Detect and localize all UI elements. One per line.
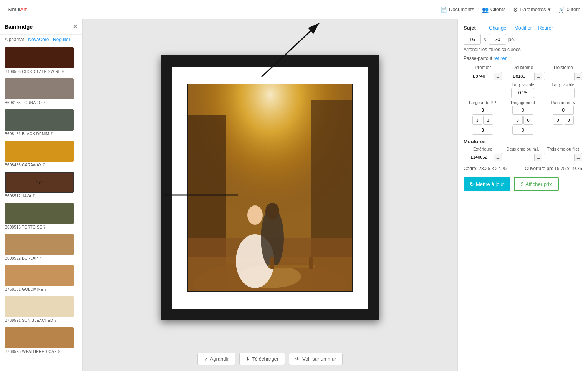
telecharger-button[interactable]: ⬇ Télécharger	[239, 353, 285, 365]
size-height-input[interactable]	[489, 34, 506, 45]
update-button[interactable]: ↻ Mettre à jour	[464, 177, 510, 191]
deg-input4[interactable]	[512, 126, 533, 135]
color-item-b608522[interactable]: B608522 BURLAP 7	[0, 232, 82, 263]
larg-visible-label2: Larg. visible	[552, 83, 574, 87]
color-item-b608512[interactable]: ☞B608512 JAVA 7	[0, 169, 82, 200]
color-item-b608485[interactable]: B608485 CARAWAY 7	[0, 138, 82, 169]
passe-troisieme-menu-btn[interactable]: ☰	[574, 73, 582, 80]
passe-troisieme-input[interactable]	[544, 72, 574, 80]
degagement-col: Dégagement	[504, 100, 542, 135]
canvas-buttons: ⤢ Agrandir ⬇ Télécharger 👁 Voir sur un m…	[197, 353, 343, 365]
sujet-label: Sujet	[464, 25, 487, 31]
passe-deuxieme-input[interactable]	[504, 72, 534, 80]
moulure-trois-menu-btn[interactable]: ☰	[574, 154, 582, 161]
voir-mur-button[interactable]: 👁 Voir sur un mur	[289, 353, 343, 365]
color-item-b108506[interactable]: B108506 CHOCOLATE SWIRL 9	[0, 45, 82, 76]
frame-container	[90, 27, 450, 349]
pp-row: Passe-partout retirer	[464, 55, 582, 61]
nav-documents[interactable]: 📄 Documents	[441, 7, 474, 13]
nav-parametres[interactable]: ⚙ Paramètres ▾	[513, 7, 550, 13]
degagement-inputs	[504, 106, 542, 135]
color-item-b608515[interactable]: B608515 TORTOISE 7	[0, 200, 82, 232]
rain-input1[interactable]	[553, 106, 574, 115]
sep1: -	[510, 25, 512, 31]
passe-premier-input[interactable]	[464, 72, 494, 80]
moulure-ext-input[interactable]	[464, 153, 494, 161]
moulure-trois-input[interactable]	[544, 153, 574, 161]
color-item-b768521[interactable]: B768521 SUN BLEACHED 9	[0, 294, 82, 325]
nav-parametres-label: Paramètres	[520, 7, 546, 12]
nav-documents-label: Documents	[449, 7, 474, 12]
novacore-link[interactable]: NovaCore	[28, 37, 49, 42]
nav-cart[interactable]: 🛒 0 item	[558, 7, 580, 13]
header: SimulArt 📄 Documents 👥 Clients ⚙ Paramèt…	[0, 0, 588, 19]
size-row: X po.	[464, 34, 582, 45]
app-logo: SimulArt	[8, 7, 27, 12]
rain-input3[interactable]	[564, 116, 574, 125]
color-label-b608155: B608155 TORNADO 7	[5, 101, 78, 105]
deuxieme-ml-header: Deuxième ou m.l.	[504, 147, 542, 151]
moulure-ext-menu-btn[interactable]: ☰	[494, 154, 502, 161]
lpp-input4[interactable]	[472, 126, 493, 135]
download-icon: ⬇	[246, 356, 250, 362]
agrandir-button[interactable]: ⤢ Agrandir	[197, 353, 235, 365]
modifier-link[interactable]: Modifier	[514, 25, 532, 31]
deg-input1[interactable]	[512, 106, 533, 115]
logo-simul: Simul	[8, 7, 20, 12]
size-width-input[interactable]	[464, 34, 481, 45]
moulure-deux-group: ☰	[504, 153, 542, 161]
rain-row2	[544, 116, 582, 125]
lpp-input2[interactable]	[472, 116, 482, 125]
moulure-deux-menu-btn[interactable]: ☰	[534, 154, 542, 161]
lpp-row2	[464, 116, 502, 125]
lpp-input1[interactable]	[472, 106, 493, 115]
rainure-inputs	[544, 106, 582, 125]
moulure-ext-group: ☰	[464, 153, 502, 161]
eye-icon: 👁	[295, 356, 300, 362]
action-buttons: ↻ Mettre à jour $ Afficher prix	[464, 177, 582, 191]
lpp-input3[interactable]	[483, 116, 493, 125]
deg-input2[interactable]	[513, 116, 523, 125]
color-item-b608181[interactable]: B608181 BLACK DENIM 7	[0, 107, 82, 138]
refresh-icon: ↻	[470, 181, 474, 187]
deg-row2	[504, 116, 542, 125]
larg-visible-cell: Larg. visible	[504, 83, 542, 98]
largeur-pp-inputs	[464, 106, 502, 135]
color-item-b768525[interactable]: B768525 WEATHERED OAK 9	[0, 325, 82, 356]
moulure-deux-input[interactable]	[504, 153, 534, 161]
color-item-b608155[interactable]: B608155 TORNADO 7	[0, 76, 82, 107]
subtitle-prefix: Alphamat -	[5, 37, 28, 42]
logo-art: Art	[20, 7, 27, 12]
color-swatch-b108506	[5, 47, 74, 68]
retirer-pp-link[interactable]: retirer	[494, 55, 507, 61]
regulier-link[interactable]: Régulier	[53, 37, 70, 42]
color-swatch-b768525	[5, 327, 74, 348]
voir-mur-label: Voir sur un mur	[302, 356, 336, 362]
sidebar-color-list: B108506 CHOCOLATE SWIRL 9B608155 TORNADO…	[0, 45, 82, 371]
larg-visible-input[interactable]	[511, 88, 534, 98]
nav-clients[interactable]: 👥 Clients	[482, 7, 506, 13]
color-swatch-b768161	[5, 265, 74, 286]
sidebar-header: Bainbridge ✕	[0, 19, 82, 35]
rain-input2[interactable]	[553, 116, 563, 125]
larg-visible-row: Larg. visible Larg. visible	[464, 83, 582, 98]
color-swatch-b608485	[5, 141, 74, 162]
color-swatch-b608515	[5, 203, 74, 224]
cursor-pointer-icon: ☞	[36, 178, 42, 187]
larg-visible-input2[interactable]	[552, 88, 575, 98]
ouverture-text: Ouverture pp: 15.75 x 19.75	[525, 166, 582, 171]
degagement-label: Dégagement	[504, 100, 542, 105]
price-button[interactable]: $ Afficher prix	[514, 177, 559, 191]
passe-premier-menu-btn[interactable]: ☰	[494, 73, 502, 80]
larg-visible-label: Larg. visible	[512, 83, 534, 87]
largeur-pp-col: Largeur du PP	[464, 100, 502, 135]
changer-link[interactable]: Changer	[489, 25, 508, 31]
deg-input3[interactable]	[523, 116, 533, 125]
retirer-link[interactable]: Retirer	[538, 25, 553, 31]
premier-header: Premier	[464, 65, 502, 70]
wedding-photo-svg	[188, 84, 353, 292]
color-item-b768161[interactable]: B768161 GOLDMINE 9	[0, 263, 82, 294]
sidebar-close-button[interactable]: ✕	[73, 23, 78, 30]
passe-deuxieme-menu-btn[interactable]: ☰	[534, 73, 542, 80]
color-swatch-b608155	[5, 78, 74, 99]
